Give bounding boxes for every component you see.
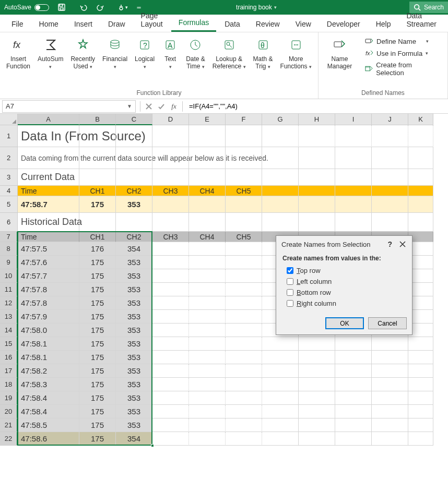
col-header-J[interactable]: J [372, 114, 408, 125]
cell[interactable] [116, 213, 152, 232]
redo-icon[interactable] [92, 0, 109, 15]
cell[interactable]: 175 [79, 432, 116, 446]
cell[interactable]: CH4 [189, 232, 226, 242]
row-header-15[interactable]: 15 [0, 337, 18, 351]
cell[interactable]: 175 [79, 269, 116, 283]
row-header-2[interactable]: 2 [0, 147, 18, 169]
cell[interactable] [299, 147, 335, 169]
cell[interactable]: 175 [79, 351, 116, 364]
tab-review[interactable]: Review [249, 16, 287, 32]
cell[interactable] [262, 169, 299, 186]
cell[interactable] [189, 337, 226, 351]
tab-draw[interactable]: Draw [101, 16, 133, 32]
cell[interactable] [262, 147, 299, 169]
cell[interactable] [372, 405, 408, 418]
cell[interactable] [189, 296, 226, 310]
cell[interactable]: 353 [116, 296, 152, 310]
cell[interactable] [152, 378, 189, 391]
cell[interactable]: CH5 [226, 232, 262, 242]
cell[interactable] [262, 364, 299, 378]
cell[interactable] [79, 125, 116, 147]
cell[interactable] [189, 169, 226, 186]
cell[interactable] [262, 378, 299, 391]
cell[interactable] [226, 405, 262, 418]
cell[interactable] [335, 378, 372, 391]
cell[interactable] [152, 169, 189, 186]
cell[interactable]: 175 [79, 196, 116, 213]
touch-mode-icon[interactable]: ▾ [114, 0, 131, 15]
cell[interactable] [335, 391, 372, 405]
cell[interactable] [79, 147, 116, 169]
cell[interactable] [335, 364, 372, 378]
insert-function-button[interactable]: fx InsertFunction [3, 34, 33, 89]
cell[interactable] [299, 391, 335, 405]
cell[interactable] [299, 378, 335, 391]
top-row-checkbox[interactable]: Top row [282, 265, 406, 276]
cell[interactable] [226, 283, 262, 296]
cell[interactable]: 353 [116, 364, 152, 378]
cell[interactable] [226, 125, 262, 147]
cell[interactable] [189, 378, 226, 391]
cell[interactable] [262, 186, 299, 196]
cell[interactable]: 353 [116, 337, 152, 351]
cell[interactable]: 175 [79, 310, 116, 324]
cell[interactable] [189, 324, 226, 337]
cell[interactable] [335, 186, 372, 196]
row-header-16[interactable]: 16 [0, 351, 18, 364]
cell[interactable]: Time [18, 232, 79, 242]
financial-button[interactable]: Financial▾ [99, 34, 131, 89]
tab-insert[interactable]: Insert [67, 16, 100, 32]
cell[interactable]: 175 [79, 337, 116, 351]
cell[interactable] [335, 125, 372, 147]
cell[interactable] [152, 242, 189, 256]
cell[interactable]: 353 [116, 378, 152, 391]
cell[interactable] [152, 405, 189, 418]
col-header-F[interactable]: F [226, 114, 262, 125]
cell[interactable] [335, 337, 372, 351]
cell[interactable]: 47:57.8 [18, 283, 79, 296]
row-header-22[interactable]: 22 [0, 432, 18, 446]
cell[interactable] [226, 196, 262, 213]
cell[interactable] [226, 324, 262, 337]
cell[interactable]: 353 [116, 310, 152, 324]
cell[interactable] [226, 351, 262, 364]
cell[interactable] [372, 432, 408, 446]
cell[interactable] [226, 432, 262, 446]
cell[interactable] [372, 364, 408, 378]
cell[interactable] [189, 256, 226, 269]
cell[interactable] [372, 186, 408, 196]
cell[interactable]: 47:57.6 [18, 256, 79, 269]
cell[interactable]: 175 [79, 296, 116, 310]
mathtrig-button[interactable]: θ Math &Trig ▾ [250, 34, 276, 89]
cell[interactable] [226, 242, 262, 256]
cell[interactable] [335, 169, 372, 186]
tab-home[interactable]: Home [32, 16, 66, 32]
cell[interactable] [189, 269, 226, 283]
cell[interactable] [116, 169, 152, 186]
cell[interactable] [372, 169, 408, 186]
cell[interactable] [299, 186, 335, 196]
cell[interactable] [152, 310, 189, 324]
cell[interactable]: 176 [79, 242, 116, 256]
row-header-5[interactable]: 5 [0, 196, 18, 213]
cell[interactable] [299, 432, 335, 446]
col-header-D[interactable]: D [152, 114, 189, 125]
save-icon[interactable] [53, 0, 70, 15]
cell[interactable] [116, 147, 152, 169]
cell[interactable]: CH3 [152, 186, 189, 196]
cell[interactable] [335, 405, 372, 418]
tab-data[interactable]: Data [217, 16, 247, 32]
cell[interactable] [335, 147, 372, 169]
cell[interactable] [408, 213, 433, 232]
cell[interactable] [152, 364, 189, 378]
row-header-19[interactable]: 19 [0, 391, 18, 405]
cell[interactable] [189, 432, 226, 446]
cell[interactable] [189, 242, 226, 256]
cell[interactable] [226, 391, 262, 405]
cell[interactable]: 47:57.9 [18, 310, 79, 324]
cell[interactable]: 47:58.1 [18, 337, 79, 351]
cancel-formula-icon[interactable] [143, 100, 155, 113]
cell[interactable]: CH5 [226, 186, 262, 196]
col-header-H[interactable]: H [299, 114, 335, 125]
col-header-B[interactable]: B [79, 114, 116, 125]
